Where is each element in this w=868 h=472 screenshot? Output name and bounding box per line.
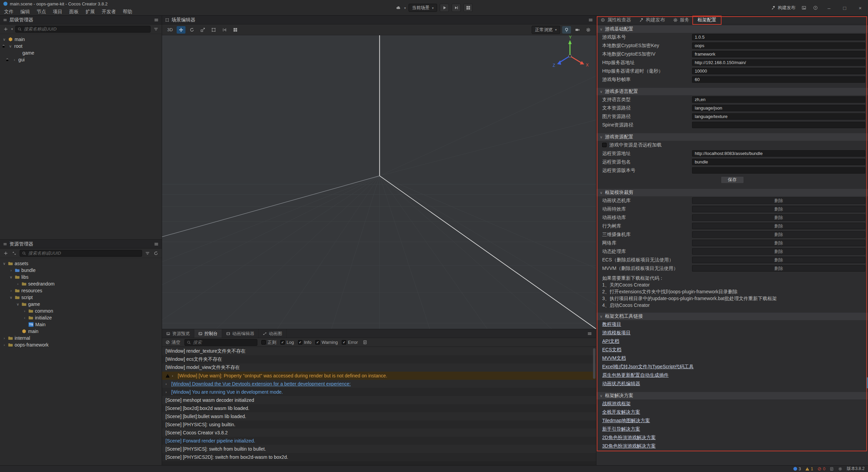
log-row[interactable]: [Scene] [PHYSICS]: switch from builtin t…	[162, 445, 596, 453]
delete-effect-button[interactable]: 删除	[692, 206, 865, 212]
panel-menu-icon[interactable]	[154, 18, 159, 22]
http-timeout-input[interactable]	[692, 68, 865, 74]
sort-assets-icon[interactable]	[11, 250, 17, 257]
panel-menu-icon[interactable]	[154, 242, 159, 247]
tab-asset-preview[interactable]: 资源预览	[162, 329, 194, 338]
create-node-dropdown-icon[interactable]: ▾	[11, 27, 13, 31]
section-language[interactable]: ∨ 游戏多语言配置	[596, 88, 868, 95]
link-3d-rpg-solution[interactable]: 3D角色扮演游戏解决方案	[602, 442, 656, 450]
maximize-button[interactable]: □	[840, 5, 850, 11]
step-button[interactable]	[452, 4, 461, 12]
remote-url-input[interactable]	[692, 150, 865, 157]
hierarchy-header[interactable]: 层级管理器	[0, 16, 162, 24]
collapse-arrow-icon[interactable]: ›	[2, 343, 6, 347]
regex-checkbox[interactable]: 正则	[261, 339, 276, 346]
log-row[interactable]: [Scene] [bullet]:bullet wasm lib loaded.	[162, 412, 596, 420]
log-row[interactable]: [Scene] [PHYSICS2D]: switch from box2d-w…	[162, 453, 596, 461]
delete-behavior-tree-button[interactable]: 删除	[692, 223, 865, 229]
expand-arrow-icon[interactable]: ∨	[9, 275, 13, 279]
log-row[interactable]: [Scene] Cocos Creator v3.8.2	[162, 429, 596, 437]
delete-camera-button[interactable]: 删除	[692, 231, 865, 238]
preview-target-dropdown-icon[interactable]: ▾	[404, 6, 406, 10]
section-solutions[interactable]: ∨ 框架解决方案	[596, 392, 868, 399]
asset-folder-common[interactable]: › common	[0, 308, 162, 314]
console-menu-button[interactable]	[583, 329, 596, 338]
tab-inspector[interactable]: 属性检查器	[596, 16, 635, 24]
text-path-input[interactable]	[692, 105, 865, 111]
panel-menu-icon[interactable]	[588, 18, 593, 22]
create-node-button[interactable]	[3, 26, 9, 33]
log-row[interactable]: [Scene] meshopt wasm decoder initialized	[162, 396, 596, 404]
asset-folder-assets[interactable]: ∨ assets	[0, 260, 162, 267]
asset-folder-internal[interactable]: › internal	[0, 335, 162, 341]
collapse-arrow-icon[interactable]: ›	[22, 309, 27, 313]
texture-path-input[interactable]	[692, 113, 865, 120]
log-row-info[interactable]: › [Window] You are running Vue in develo…	[162, 388, 596, 396]
expand-arrow-icon[interactable]: ∨	[8, 44, 13, 48]
hierarchy-search-input[interactable]	[24, 26, 148, 32]
delete-move-button[interactable]: 删除	[692, 214, 865, 221]
menu-project[interactable]: 项目	[50, 7, 66, 16]
log-row-warning[interactable]: › [Window] [Vue warn]: Property "onInput…	[162, 372, 596, 380]
menu-edit[interactable]: 编辑	[17, 7, 33, 16]
scene-header[interactable]: 场景编辑器	[162, 16, 596, 24]
filter-info-checkbox[interactable]: ✓ Info	[298, 340, 312, 345]
inspector-scrollbar-thumb[interactable]	[866, 377, 868, 388]
hierarchy-node-game[interactable]: game	[0, 50, 162, 56]
create-asset-button[interactable]	[3, 250, 9, 257]
link-ecs-docs[interactable]: ECS文档	[602, 346, 622, 354]
lock-icon[interactable]	[2, 44, 5, 48]
hierarchy-filter-icon[interactable]	[153, 26, 159, 33]
filter-warning-checkbox[interactable]: ✓ Warning	[315, 340, 338, 345]
rotate-tool-button[interactable]	[188, 26, 196, 34]
collapse-arrow-icon[interactable]: ›	[12, 58, 17, 62]
tab-animation-editor[interactable]: 动画编辑器	[222, 329, 259, 338]
delete-ecs-button[interactable]: 删除	[692, 257, 865, 263]
help-button[interactable]	[812, 4, 818, 11]
menu-extension[interactable]: 扩展	[82, 7, 98, 16]
warning-count-badge[interactable]: 1	[805, 467, 813, 471]
view-mode-select[interactable]: 正常浏览 ▾	[532, 26, 560, 34]
tab-framework-config[interactable]: 框架配置	[693, 16, 721, 24]
assets-search[interactable]	[20, 250, 142, 257]
expand-log-icon[interactable]: ›	[172, 374, 176, 378]
move-tool-button[interactable]	[177, 26, 185, 34]
assets-search-input[interactable]	[28, 251, 140, 256]
spine-path-input[interactable]	[692, 122, 865, 128]
collapse-arrow-icon[interactable]: ›	[9, 289, 13, 293]
expand-arrow-icon[interactable]: ∨	[2, 261, 6, 266]
link-guide-solution[interactable]: 新手引导解决方案	[602, 425, 640, 433]
mode-3d-button[interactable]: 3D	[165, 26, 175, 34]
asset-folder-libs[interactable]: ∨ libs	[0, 274, 162, 280]
hierarchy-node-root[interactable]: ∨ root	[0, 43, 162, 50]
preview-target-icon[interactable]	[395, 4, 401, 11]
console-scrollbar[interactable]	[593, 348, 595, 379]
filter-log-checkbox[interactable]: ✓ Log	[280, 340, 294, 345]
link-tutorial-project[interactable]: 教程项目	[602, 320, 621, 329]
asset-folder-initialize[interactable]: › initialize	[0, 314, 162, 321]
link-2d-rpg-solution[interactable]: 2D角色扮演游戏解决方案	[602, 433, 656, 442]
menu-help[interactable]: 帮助	[119, 7, 136, 16]
language-types-input[interactable]	[692, 96, 865, 103]
remote-load-checkbox[interactable]	[602, 143, 607, 147]
settings-icon[interactable]	[838, 467, 842, 471]
collapse-arrow-icon[interactable]: ›	[16, 282, 20, 286]
hierarchy-node-main[interactable]: ∨ main	[0, 36, 162, 43]
link-hotupdate-plugin[interactable]: 原生包热更新配置自动生成插件	[602, 371, 669, 379]
log-row[interactable]: [Window] ecs文件夹不存在	[162, 355, 596, 363]
build-button[interactable]: 构建发布	[771, 5, 795, 11]
link-tactics-framework[interactable]: 战棋游戏框架	[602, 399, 631, 408]
log-row-info[interactable]: › [Window] Download the Vue Devtools ext…	[162, 380, 596, 388]
link-mvvm-docs[interactable]: MVVM文档	[602, 354, 626, 362]
collapse-arrow-icon[interactable]: ›	[2, 336, 6, 340]
link-api-docs[interactable]: API文档	[602, 337, 619, 346]
close-button[interactable]: ×	[855, 5, 865, 11]
hierarchy-search[interactable]	[15, 26, 151, 33]
asset-folder-game[interactable]: ∨ game	[0, 301, 162, 308]
log-row[interactable]: [Window] render_texture文件夹不存在	[162, 347, 596, 355]
menu-file[interactable]: 文件	[1, 7, 17, 16]
refresh-assets-icon[interactable]	[153, 250, 159, 257]
collapse-arrow-icon[interactable]: ›	[9, 268, 13, 272]
section-game-basic[interactable]: ∨ 游戏基础配置	[596, 25, 868, 33]
expand-arrow-icon[interactable]: ∨	[2, 37, 6, 42]
